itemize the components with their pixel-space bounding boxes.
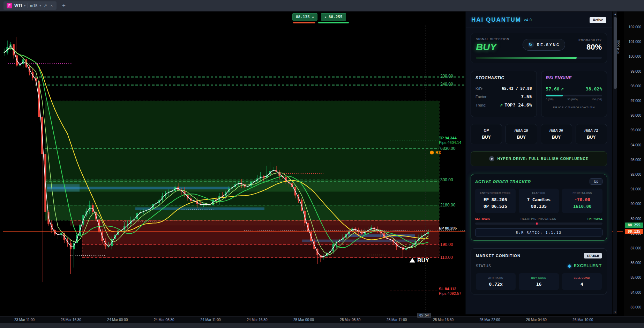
indicator-tile-hma36: HMA 36 BUY [541, 124, 572, 144]
add-tab-button[interactable]: + [60, 2, 68, 9]
rsi-scale-low: 0 (OS) [546, 98, 554, 101]
signal-direction-value: BUY [476, 42, 509, 52]
resync-button[interactable]: ↻ RE-SYNC [523, 39, 565, 51]
svg-text:2180.00: 2180.00 [440, 203, 456, 207]
panel-header: HAI QUANTUM v4.0 Active [466, 12, 612, 28]
ask-price-badge: 88.255 [625, 223, 643, 228]
timeframe-dropdown-caret[interactable]: ▾ [39, 4, 41, 7]
current-price: 88.135 [521, 204, 557, 209]
time-tick: 26 Mar 10:00 [572, 318, 593, 322]
rsi-value: 57.60 [546, 86, 560, 92]
sell-pressure-bar [293, 22, 315, 23]
svg-text:190.00: 190.00 [440, 242, 453, 247]
price-tick: 100.000 [629, 54, 641, 58]
order-price: OP 86.525 [477, 204, 514, 209]
sl-value: SL: -4092.6 [475, 217, 490, 220]
resync-icon: ↻ [528, 42, 534, 48]
probability-value: 80% [578, 43, 602, 51]
order-tracker-title: ACTIVE ORDER TRACKER [475, 180, 531, 184]
indicator-row: OP BUY HMA 18 BUY HMA 36 BUY HMA 72 BUY [471, 124, 607, 144]
relative-progress-label: RELATIVE PROGRESS [521, 217, 556, 220]
signal-direction-label: SIGNAL DIRECTION [476, 37, 509, 41]
svg-text:BUY: BUY [417, 257, 429, 263]
pnl-col: PROFIT/LOSS -70.00 1610.00 [562, 189, 602, 213]
price-tick: 83.000 [630, 305, 641, 309]
price-tick: 101.000 [629, 40, 641, 44]
probability-progress-track [476, 57, 602, 59]
time-tick: 24 Mar 11:00 [201, 318, 221, 322]
price-tick: 102.000 [629, 25, 641, 29]
time-tick: 24 Mar 16:30 [247, 318, 268, 322]
popout-icon[interactable]: ↗ [43, 3, 47, 8]
close-tab-icon[interactable]: × [50, 3, 53, 8]
rsi-up-arrow-icon: ↗ [561, 87, 564, 91]
svg-text:Pips 4604.14: Pips 4604.14 [439, 140, 461, 145]
chart-top-badges: 88.135↗ ↗88.255 [292, 13, 349, 23]
buy-cond-cell: BUY COND 16 [519, 273, 559, 290]
svg-text:SL 84.112: SL 84.112 [439, 287, 456, 291]
indicator-tile-hma18: HMA 18 BUY [506, 124, 537, 144]
symbol-dropdown-caret[interactable]: ▾ [24, 4, 25, 7]
rsi-pct: 38.02% [586, 86, 602, 92]
svg-text:Pips 4092.57: Pips 4092.57 [439, 291, 461, 296]
price-tick: 95.000 [630, 128, 641, 132]
signal-card: SIGNAL DIRECTION BUY ↻ RE-SYNC PROBABILI… [471, 33, 607, 63]
scrollbar-thumb[interactable] [614, 17, 617, 89]
time-axis[interactable]: 23 Mar 11:0023 Mar 16:3024 Mar 00:0024 M… [0, 316, 644, 323]
rsi-bar-fill [546, 95, 563, 96]
panel-scrollbar[interactable]: ▲ ▼ [613, 12, 617, 314]
scroll-down-icon[interactable]: ▼ [613, 311, 617, 313]
status-label: STATUS [476, 264, 491, 268]
svg-text:240.00: 240.00 [440, 82, 453, 87]
price-tick: 86.000 [630, 261, 641, 265]
svg-text:R3: R3 [435, 150, 441, 155]
pips-scale-label: 5000 pips [617, 40, 620, 54]
order-progress-marker [536, 223, 538, 225]
price-tick: 87.000 [630, 246, 641, 250]
price-tick: 89.000 [630, 217, 641, 221]
symbol-label: WTI [14, 3, 22, 8]
indicator-tile-hma72: HMA 72 BUY [576, 124, 607, 144]
probability-label: PROBABILITY [578, 38, 602, 42]
indicator-tile-op: OP BUY [471, 124, 502, 144]
panel-version: v4.0 [524, 18, 532, 22]
scroll-up-icon[interactable]: ▲ [613, 13, 617, 15]
price-tick: 98.000 [630, 84, 641, 88]
price-tick: 96.000 [630, 114, 641, 117]
trend-label: Trend: [475, 103, 486, 107]
candle-countdown: 05:54 [417, 313, 431, 318]
up-arrow-icon: ↗ [324, 15, 327, 19]
symbol-tab[interactable]: F WTI ▾ m15 ▾ ↗ × [3, 1, 57, 10]
hyperdrive-icon [489, 156, 494, 161]
rsi-scale-high: 100 (OB) [592, 98, 602, 101]
price-axis[interactable]: 88.255 88.135 102.000101.000100.00099.00… [624, 12, 644, 316]
window-bottombar [0, 323, 644, 328]
timeframe-label[interactable]: m15 [30, 3, 37, 8]
svg-text:6330.00: 6330.00 [440, 146, 456, 151]
trend-value: TOP? 24.6% [504, 102, 532, 108]
hai-quantum-panel: HAI QUANTUM v4.0 Active SIGNAL DIRECTION… [465, 12, 612, 314]
tab-divider [28, 3, 28, 8]
svg-text:110.00: 110.00 [440, 255, 453, 260]
market-condition-card: MARKET CONDITION STABLE STATUS ◆ EXCELLE… [471, 248, 607, 294]
entry-price-col: ENTRY/ORDER PRICE EP 88.205 OP 86.525 [475, 189, 516, 213]
sell-cond-cell: SELL COND 4 [562, 273, 602, 290]
pnl-loss: -70.00 [564, 197, 600, 202]
status-value: EXCELLENT [574, 263, 602, 268]
price-tick: 84.000 [630, 291, 641, 294]
factor-label: Factor: [475, 95, 487, 99]
atr-ratio-cell: ATR RATIO 0.72x [476, 273, 516, 290]
time-tick: 25 Mar 16:30 [433, 318, 454, 322]
price-tick: 97.000 [630, 99, 641, 103]
resync-label: RE-SYNC [537, 43, 560, 47]
time-tick: 24 Mar 00:00 [107, 318, 128, 322]
factor-value: 7.55 [521, 94, 532, 99]
up-button[interactable]: Up [590, 178, 602, 185]
svg-text:230.00: 230.00 [440, 74, 453, 79]
pnl-profit: 1610.00 [564, 204, 600, 209]
kd-value: 65.43 / 57.88 [502, 86, 532, 91]
price-badge-bid: 88.135↗ [292, 13, 317, 21]
trend-up-arrow-icon: ↗ [500, 103, 503, 107]
hyperdrive-banner: HYPER-DRIVE: FULL BULLISH CONFLUENCE [471, 151, 607, 166]
buy-pressure-bar [318, 22, 349, 23]
